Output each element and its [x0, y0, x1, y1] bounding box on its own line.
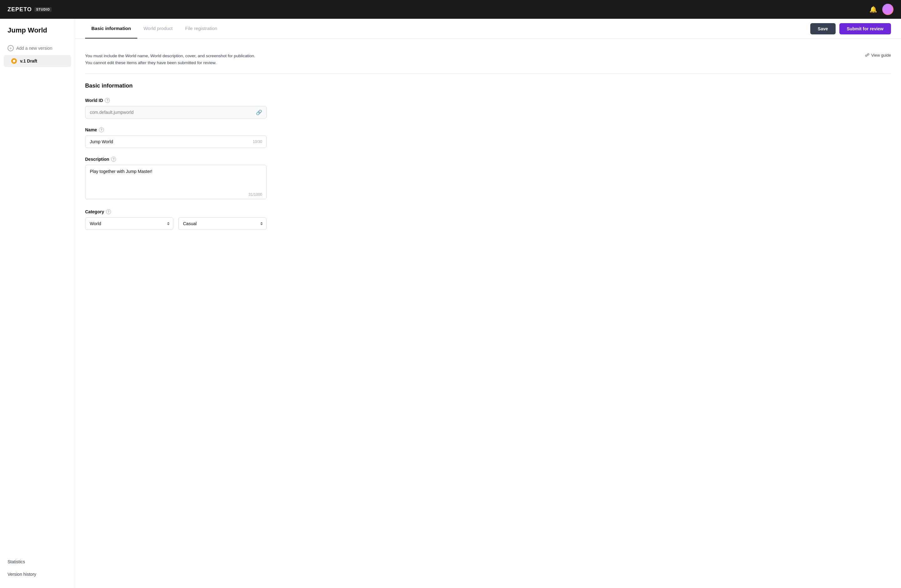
tab-basic-information[interactable]: Basic information	[85, 19, 137, 39]
world-id-label: World ID ?	[85, 98, 891, 103]
save-button[interactable]: Save	[810, 23, 836, 34]
sidebar-item-statistics[interactable]: Statistics	[0, 555, 75, 568]
topnav-right: 🔔	[870, 4, 893, 15]
category-label: Category ?	[85, 209, 891, 214]
version-dot-inner	[13, 60, 15, 62]
version-label: v.1 Draft	[20, 59, 37, 64]
info-banner: You must include the World name, World d…	[85, 48, 891, 74]
top-navigation: ZEPETO STUDIO 🔔	[0, 0, 901, 19]
info-banner-text: You must include the World name, World d…	[85, 53, 255, 66]
primary-category-wrap: World Action Casual Adventure Social	[85, 217, 173, 230]
main-header: Basic information World product File reg…	[75, 19, 901, 39]
description-char-count: 31/1000	[249, 192, 262, 197]
submit-for-review-button[interactable]: Submit for review	[839, 23, 891, 34]
world-id-input[interactable]	[85, 106, 267, 118]
logo-zepeto: ZEPETO	[8, 6, 32, 13]
name-input[interactable]	[85, 135, 267, 148]
main-tabs: Basic information World product File reg…	[85, 19, 223, 39]
sidebar-version-draft[interactable]: v.1 Draft	[4, 55, 71, 67]
add-icon: +	[8, 45, 14, 51]
world-id-input-wrap: 🔗	[85, 106, 267, 118]
description-field: Description ? 31/1000	[85, 157, 891, 201]
world-id-field: World ID ? 🔗	[85, 98, 891, 118]
sidebar-item-version-history[interactable]: Version history	[0, 568, 75, 580]
add-new-version-button[interactable]: + Add a new version	[0, 42, 75, 54]
primary-category-select[interactable]: World Action Casual Adventure Social	[85, 217, 173, 230]
sidebar: Jump World + Add a new version v.1 Draft…	[0, 19, 75, 588]
main-content: Basic information World product File reg…	[75, 19, 901, 588]
info-line-2: You cannot edit these items after they h…	[85, 59, 255, 66]
header-actions: Save Submit for review	[810, 23, 891, 34]
version-dot-icon	[11, 58, 17, 64]
logo-studio-badge: STUDIO	[34, 7, 52, 12]
name-char-count: 10/30	[253, 140, 262, 144]
description-help-icon[interactable]: ?	[111, 157, 116, 162]
name-field: Name ? 10/30	[85, 127, 891, 148]
page-layout: Jump World + Add a new version v.1 Draft…	[0, 19, 901, 588]
add-version-label: Add a new version	[16, 46, 52, 51]
version-history-label: Version history	[8, 572, 36, 577]
view-guide-link[interactable]: ☍ View guide	[865, 53, 891, 58]
bell-icon[interactable]: 🔔	[870, 6, 877, 13]
guide-icon: ☍	[865, 53, 870, 58]
section-title: Basic information	[85, 82, 891, 89]
statistics-label: Statistics	[8, 559, 25, 564]
tab-file-registration[interactable]: File registration	[179, 19, 224, 39]
sidebar-spacer	[0, 68, 75, 555]
category-field: Category ? World Action Casual Adventure…	[85, 209, 891, 230]
content-area: You must include the World name, World d…	[75, 39, 901, 588]
tab-world-product[interactable]: World product	[137, 19, 179, 39]
name-label: Name ?	[85, 127, 891, 132]
category-selects: World Action Casual Adventure Social	[85, 217, 267, 230]
avatar[interactable]	[882, 4, 893, 15]
avatar-image	[883, 5, 893, 14]
info-line-1: You must include the World name, World d…	[85, 53, 255, 59]
secondary-category-select[interactable]: Casual Action Adventure Social Puzzle	[178, 217, 267, 230]
link-icon: 🔗	[256, 109, 262, 115]
category-help-icon[interactable]: ?	[106, 209, 111, 214]
world-id-help-icon[interactable]: ?	[105, 98, 110, 103]
view-guide-label: View guide	[871, 53, 891, 58]
description-label: Description ?	[85, 157, 891, 162]
sidebar-title: Jump World	[0, 26, 75, 42]
logo-area: ZEPETO STUDIO	[8, 6, 51, 13]
name-input-wrap: 10/30	[85, 135, 267, 148]
description-textarea-wrap: 31/1000	[85, 165, 267, 201]
secondary-category-wrap: Casual Action Adventure Social Puzzle	[178, 217, 267, 230]
description-textarea[interactable]	[85, 165, 267, 199]
name-help-icon[interactable]: ?	[99, 127, 104, 132]
